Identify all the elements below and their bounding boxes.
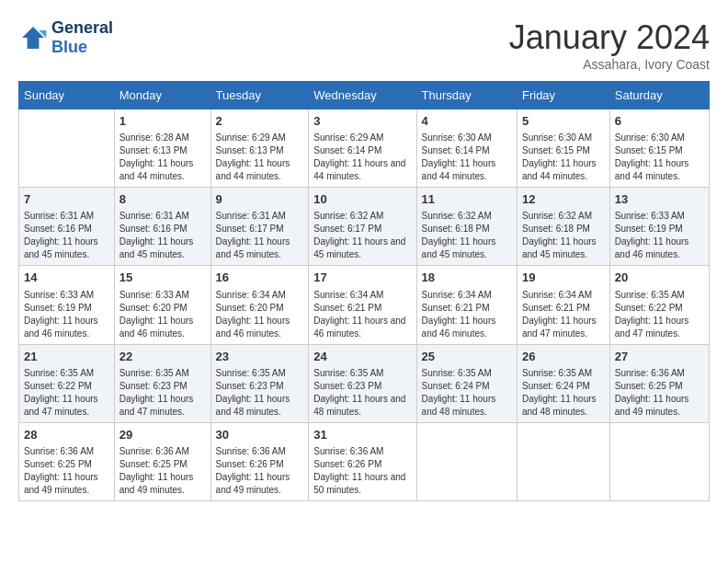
day-number: 5 [522,113,605,130]
calendar-cell: 14Sunrise: 6:33 AM Sunset: 6:19 PM Dayli… [19,266,115,344]
day-number: 28 [24,427,109,443]
calendar-cell: 7Sunrise: 6:31 AM Sunset: 6:16 PM Daylig… [19,188,115,266]
day-info: Sunrise: 6:36 AM Sunset: 6:26 PM Dayligh… [216,445,304,497]
day-number: 14 [24,270,109,286]
day-number: 3 [313,113,411,130]
calendar-cell: 11Sunrise: 6:32 AM Sunset: 6:18 PM Dayli… [416,188,517,266]
day-info: Sunrise: 6:35 AM Sunset: 6:24 PM Dayligh… [422,367,512,419]
calendar-header-row: SundayMondayTuesdayWednesdayThursdayFrid… [19,82,710,109]
day-info: Sunrise: 6:30 AM Sunset: 6:14 PM Dayligh… [422,132,512,183]
calendar-cell: 20Sunrise: 6:35 AM Sunset: 6:22 PM Dayli… [609,266,709,344]
calendar-cell: 26Sunrise: 6:35 AM Sunset: 6:24 PM Dayli… [517,344,609,422]
calendar-cell: 6Sunrise: 6:30 AM Sunset: 6:15 PM Daylig… [609,109,709,188]
day-number: 20 [615,270,704,286]
calendar-cell: 8Sunrise: 6:31 AM Sunset: 6:16 PM Daylig… [114,188,210,266]
header-friday: Friday [517,82,609,109]
svg-marker-0 [22,27,44,49]
day-info: Sunrise: 6:36 AM Sunset: 6:25 PM Dayligh… [119,445,206,497]
day-number: 17 [313,270,411,286]
day-number: 4 [422,113,512,130]
day-info: Sunrise: 6:36 AM Sunset: 6:25 PM Dayligh… [615,367,704,419]
day-number: 24 [313,349,411,365]
month-title: January 2024 [509,18,710,57]
calendar-cell: 27Sunrise: 6:36 AM Sunset: 6:25 PM Dayli… [609,344,709,422]
day-info: Sunrise: 6:31 AM Sunset: 6:16 PM Dayligh… [119,210,206,261]
day-number: 11 [422,191,512,208]
day-number: 21 [24,349,109,365]
calendar-cell: 3Sunrise: 6:29 AM Sunset: 6:14 PM Daylig… [309,109,416,188]
logo-icon [18,23,48,52]
day-info: Sunrise: 6:31 AM Sunset: 6:16 PM Dayligh… [24,210,109,261]
calendar-cell: 2Sunrise: 6:29 AM Sunset: 6:13 PM Daylig… [210,109,309,188]
calendar-cell: 19Sunrise: 6:34 AM Sunset: 6:21 PM Dayli… [517,266,609,344]
day-info: Sunrise: 6:34 AM Sunset: 6:20 PM Dayligh… [216,289,304,340]
header-monday: Monday [114,82,210,109]
day-info: Sunrise: 6:32 AM Sunset: 6:18 PM Dayligh… [522,210,605,261]
calendar-cell: 23Sunrise: 6:35 AM Sunset: 6:23 PM Dayli… [210,344,309,422]
day-number: 19 [522,270,605,286]
calendar-table: SundayMondayTuesdayWednesdayThursdayFrid… [18,81,710,501]
calendar-cell [19,109,115,188]
day-info: Sunrise: 6:35 AM Sunset: 6:22 PM Dayligh… [615,289,704,340]
calendar-cell: 15Sunrise: 6:33 AM Sunset: 6:20 PM Dayli… [114,266,210,344]
day-number: 18 [422,270,512,286]
title-area: January 2024 Assahara, Ivory Coast [509,18,710,72]
calendar-cell: 10Sunrise: 6:32 AM Sunset: 6:17 PM Dayli… [309,188,416,266]
day-info: Sunrise: 6:35 AM Sunset: 6:23 PM Dayligh… [216,367,304,419]
calendar-cell: 30Sunrise: 6:36 AM Sunset: 6:26 PM Dayli… [210,422,309,500]
day-number: 1 [119,113,206,130]
calendar-week-row: 28Sunrise: 6:36 AM Sunset: 6:25 PM Dayli… [19,422,710,500]
day-info: Sunrise: 6:30 AM Sunset: 6:15 PM Dayligh… [615,132,704,183]
header-saturday: Saturday [609,82,709,109]
day-number: 6 [615,113,704,130]
calendar-week-row: 1Sunrise: 6:28 AM Sunset: 6:13 PM Daylig… [19,109,710,188]
calendar-cell: 12Sunrise: 6:32 AM Sunset: 6:18 PM Dayli… [517,188,609,266]
day-info: Sunrise: 6:34 AM Sunset: 6:21 PM Dayligh… [422,289,512,340]
day-info: Sunrise: 6:33 AM Sunset: 6:19 PM Dayligh… [24,289,109,340]
day-info: Sunrise: 6:35 AM Sunset: 6:23 PM Dayligh… [119,367,206,419]
day-info: Sunrise: 6:32 AM Sunset: 6:17 PM Dayligh… [313,210,411,261]
day-number: 27 [615,349,704,365]
day-number: 25 [422,349,512,365]
day-info: Sunrise: 6:35 AM Sunset: 6:23 PM Dayligh… [313,367,411,419]
calendar-week-row: 21Sunrise: 6:35 AM Sunset: 6:22 PM Dayli… [19,344,710,422]
day-info: Sunrise: 6:34 AM Sunset: 6:21 PM Dayligh… [313,289,411,340]
calendar-cell: 21Sunrise: 6:35 AM Sunset: 6:22 PM Dayli… [19,344,115,422]
day-info: Sunrise: 6:35 AM Sunset: 6:22 PM Dayligh… [24,367,109,419]
day-info: Sunrise: 6:32 AM Sunset: 6:18 PM Dayligh… [422,210,512,261]
header-wednesday: Wednesday [309,82,416,109]
calendar-cell: 25Sunrise: 6:35 AM Sunset: 6:24 PM Dayli… [416,344,517,422]
calendar-cell [416,422,517,500]
day-number: 29 [119,427,206,443]
calendar-cell: 29Sunrise: 6:36 AM Sunset: 6:25 PM Dayli… [114,422,210,500]
day-number: 16 [216,270,304,286]
day-number: 12 [522,191,605,208]
calendar-cell: 16Sunrise: 6:34 AM Sunset: 6:20 PM Dayli… [210,266,309,344]
calendar-cell: 5Sunrise: 6:30 AM Sunset: 6:15 PM Daylig… [517,109,609,188]
day-info: Sunrise: 6:36 AM Sunset: 6:26 PM Dayligh… [313,445,411,497]
header-sunday: Sunday [19,82,115,109]
page-header: General Blue January 2024 Assahara, Ivor… [18,18,710,72]
day-number: 2 [216,113,304,130]
day-info: Sunrise: 6:29 AM Sunset: 6:13 PM Dayligh… [216,132,304,183]
calendar-cell: 1Sunrise: 6:28 AM Sunset: 6:13 PM Daylig… [114,109,210,188]
day-info: Sunrise: 6:36 AM Sunset: 6:25 PM Dayligh… [24,445,109,497]
day-info: Sunrise: 6:33 AM Sunset: 6:20 PM Dayligh… [119,289,206,340]
location: Assahara, Ivory Coast [509,57,710,72]
day-number: 23 [216,349,304,365]
day-info: Sunrise: 6:35 AM Sunset: 6:24 PM Dayligh… [522,367,605,419]
logo-text-line1: General [51,18,113,38]
day-info: Sunrise: 6:31 AM Sunset: 6:17 PM Dayligh… [216,210,304,261]
day-number: 10 [313,191,411,208]
day-number: 7 [24,191,109,208]
calendar-cell [609,422,709,500]
calendar-cell [517,422,609,500]
day-info: Sunrise: 6:28 AM Sunset: 6:13 PM Dayligh… [119,132,206,183]
calendar-cell: 18Sunrise: 6:34 AM Sunset: 6:21 PM Dayli… [416,266,517,344]
calendar-cell: 22Sunrise: 6:35 AM Sunset: 6:23 PM Dayli… [114,344,210,422]
day-number: 13 [615,191,704,208]
header-tuesday: Tuesday [210,82,309,109]
day-info: Sunrise: 6:30 AM Sunset: 6:15 PM Dayligh… [522,132,605,183]
calendar-cell: 24Sunrise: 6:35 AM Sunset: 6:23 PM Dayli… [309,344,416,422]
calendar-cell: 9Sunrise: 6:31 AM Sunset: 6:17 PM Daylig… [210,188,309,266]
